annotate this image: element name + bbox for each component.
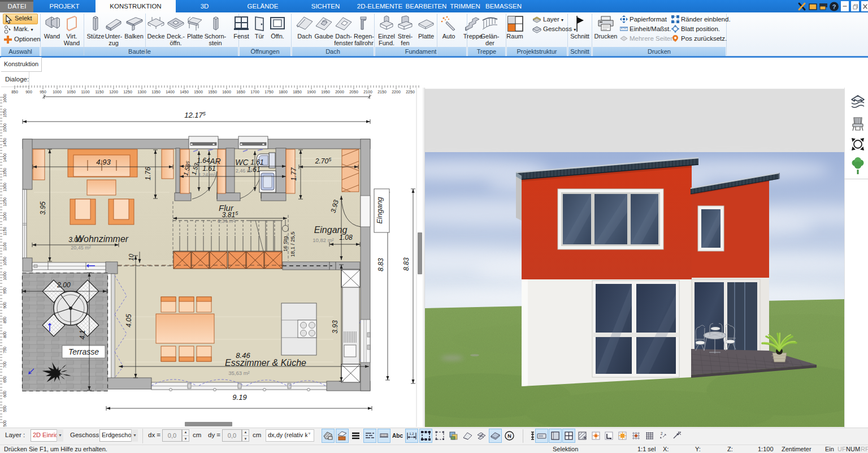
- svg-text:18,1 / 25,5: 18,1 / 25,5: [289, 232, 296, 257]
- svg-text:550: 550: [3, 405, 7, 412]
- svg-text:?: ?: [832, 3, 836, 10]
- svg-text:1800: 1800: [279, 90, 288, 94]
- svg-text:1.61: 1.61: [250, 158, 263, 166]
- svg-text:Eingang: Eingang: [375, 196, 384, 223]
- svg-text:2250: 2250: [406, 90, 415, 94]
- svg-text:2050: 2050: [349, 90, 358, 94]
- svg-text:6,34 m²: 6,34 m²: [218, 218, 235, 224]
- svg-text:1,24 m²: 1,24 m²: [198, 172, 216, 178]
- svg-text:1350: 1350: [3, 168, 7, 177]
- svg-text:8.83: 8.83: [402, 257, 410, 271]
- svg-text:600: 600: [3, 391, 7, 398]
- svg-text:Abc: Abc: [392, 433, 403, 439]
- svg-text:1500: 1500: [194, 90, 203, 94]
- svg-text:900: 900: [25, 90, 32, 94]
- svg-text:1600: 1600: [222, 90, 231, 94]
- svg-text:2: 2: [661, 432, 663, 435]
- svg-text:1350: 1350: [151, 90, 160, 94]
- svg-text:2100: 2100: [363, 90, 372, 94]
- svg-text:1950: 1950: [321, 90, 330, 94]
- svg-text:1200: 1200: [3, 212, 7, 221]
- svg-text:950: 950: [3, 287, 7, 294]
- svg-text:Terrasse: Terrasse: [68, 347, 99, 356]
- svg-text:3.95: 3.95: [39, 201, 47, 215]
- svg-text:1300: 1300: [137, 90, 146, 94]
- svg-text:N: N: [507, 433, 511, 439]
- svg-text:1050: 1050: [3, 257, 7, 266]
- svg-text:1050: 1050: [67, 90, 76, 94]
- svg-text:1100: 1100: [3, 242, 7, 251]
- svg-text:2150: 2150: [377, 90, 387, 94]
- svg-text:1.77: 1.77: [290, 167, 298, 181]
- svg-text:500: 500: [3, 420, 7, 427]
- svg-text:1650: 1650: [236, 90, 245, 94]
- svg-text:9.19: 9.19: [232, 393, 246, 402]
- svg-text:1500: 1500: [3, 123, 7, 132]
- svg-text:3.93: 3.93: [331, 320, 339, 334]
- svg-text:1250: 1250: [123, 90, 132, 94]
- svg-text:650: 650: [3, 376, 7, 383]
- svg-text:2.00: 2.00: [57, 281, 71, 289]
- svg-text:1200: 1200: [109, 90, 118, 94]
- svg-text:850: 850: [11, 90, 18, 94]
- svg-text:4.05: 4.05: [125, 314, 133, 327]
- svg-text:900: 900: [3, 302, 7, 309]
- svg-text:1550: 1550: [3, 109, 7, 118]
- svg-text:1900: 1900: [307, 90, 316, 94]
- svg-text:1600: 1600: [3, 94, 7, 103]
- svg-text:1,2: 1,2: [409, 432, 414, 435]
- svg-text:1.64: 1.64: [197, 157, 210, 165]
- svg-text:2000: 2000: [335, 90, 344, 94]
- svg-text:800: 800: [3, 331, 7, 338]
- svg-text:Wohnzimmer: Wohnzimmer: [75, 234, 129, 244]
- svg-text:4.1: 4.1: [79, 330, 86, 340]
- svg-text:1450: 1450: [180, 90, 189, 94]
- svg-text:1.61: 1.61: [202, 165, 215, 172]
- svg-text:1400: 1400: [166, 90, 175, 94]
- svg-text:1000: 1000: [3, 271, 7, 281]
- svg-text:1100: 1100: [81, 90, 89, 94]
- svg-text:1150: 1150: [95, 90, 103, 94]
- svg-text:700: 700: [3, 361, 7, 368]
- svg-text:10,82 m²: 10,82 m²: [313, 237, 334, 243]
- svg-text:2200: 2200: [392, 90, 401, 94]
- svg-text:950: 950: [40, 90, 46, 94]
- svg-text:1300: 1300: [3, 183, 7, 192]
- svg-text:1850: 1850: [293, 90, 302, 94]
- svg-text:1450: 1450: [3, 138, 7, 147]
- svg-text:1.76: 1.76: [144, 167, 152, 180]
- svg-text:850: 850: [3, 317, 7, 323]
- svg-text:1400: 1400: [3, 153, 7, 162]
- svg-text:4.93: 4.93: [96, 158, 111, 166]
- svg-text:2,46 m²: 2,46 m²: [236, 168, 253, 174]
- svg-text:1000: 1000: [53, 90, 62, 94]
- svg-text:750: 750: [3, 347, 7, 353]
- svg-text:1250: 1250: [3, 197, 7, 206]
- svg-text:8.83: 8.83: [377, 258, 385, 271]
- svg-text:Eingang: Eingang: [314, 225, 348, 235]
- svg-text:20,45 m²: 20,45 m²: [71, 245, 91, 251]
- svg-text:1550: 1550: [208, 90, 217, 94]
- svg-text:16 Stg.: 16 Stg.: [282, 235, 288, 252]
- svg-text:10: 10: [128, 253, 134, 261]
- svg-text:1700: 1700: [250, 90, 259, 94]
- svg-text:1150: 1150: [3, 227, 7, 235]
- svg-text:35,63 m²: 35,63 m²: [228, 370, 250, 376]
- svg-text:1750: 1750: [264, 90, 274, 94]
- svg-text:12.175: 12.175: [184, 111, 206, 119]
- svg-text:Esszimmer & Küche: Esszimmer & Küche: [225, 358, 306, 368]
